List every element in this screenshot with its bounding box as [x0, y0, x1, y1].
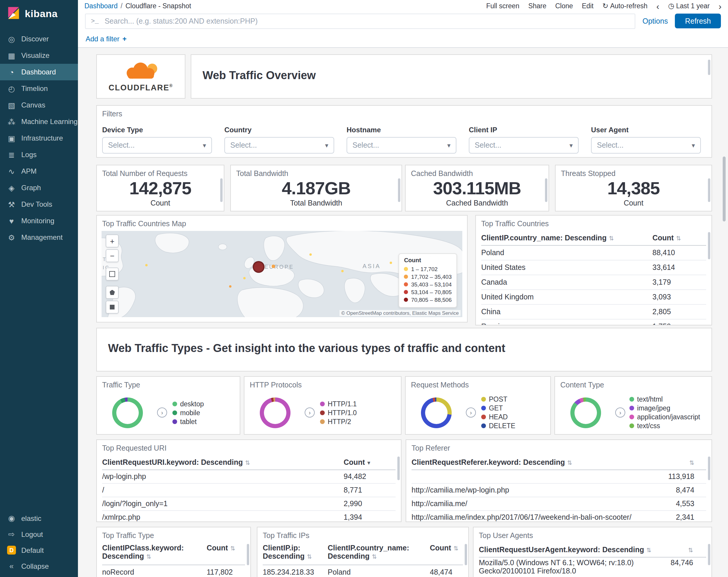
metric-label: Count [97, 199, 224, 207]
zoom-out-button[interactable]: − [106, 249, 119, 262]
full-screen-button[interactable]: Full screen [486, 2, 520, 9]
legend-item[interactable]: tablet [173, 418, 204, 425]
search-input[interactable] [103, 16, 629, 26]
content-type-donut[interactable] [570, 397, 601, 428]
share-button[interactable]: Share [528, 2, 546, 9]
fit-bounds-button[interactable] [106, 268, 119, 280]
world-map[interactable]: TH IC EUROPE ASIA + − [102, 231, 462, 317]
legend-item[interactable]: image/jpeg [629, 405, 700, 412]
sidebar-item-canvas[interactable]: ▧Canvas [0, 97, 78, 114]
time-range-picker[interactable]: ◷Last 1 year [668, 2, 710, 10]
legend-item[interactable]: text/html [629, 396, 700, 403]
sidebar-item-collapse[interactable]: «Collapse [0, 558, 78, 574]
sidebar-item-dashboard[interactable]: ◔Dashboard [0, 64, 78, 80]
map-bubble[interactable] [243, 277, 245, 279]
auto-refresh-button[interactable]: ↻Auto-refresh [602, 2, 648, 10]
sort-icon[interactable]: ⇅ [609, 235, 614, 242]
time-forward-chevron-icon[interactable]: › [719, 1, 722, 10]
legend-item[interactable]: HTTP/1.0 [320, 409, 357, 416]
sidebar-item-discover[interactable]: ◎Discover [0, 31, 78, 47]
sort-desc-icon[interactable]: ▾ [367, 459, 370, 466]
sidebar-item-logout[interactable]: ⇨Logout [0, 526, 78, 542]
hostname-select[interactable]: Select...▾ [346, 137, 457, 154]
breadcrumb-dashboard-link[interactable]: Dashboard [84, 2, 118, 9]
legend-item[interactable]: application/javascript [629, 413, 700, 421]
page-scrollbar[interactable] [723, 156, 726, 222]
sort-icon[interactable]: ⇅ [372, 553, 377, 560]
legend-toggle-icon[interactable]: › [615, 407, 625, 418]
sort-icon[interactable]: ⇅ [307, 553, 312, 560]
sidebar-item-graph[interactable]: ◈Graph [0, 179, 78, 196]
sidebar-item-space-default[interactable]: DDefault [0, 542, 78, 558]
sidebar-item-infrastructure[interactable]: ▣Infrastructure [0, 130, 78, 147]
options-link[interactable]: Options [642, 17, 668, 25]
clone-button[interactable]: Clone [555, 2, 573, 9]
map-bubble[interactable] [390, 261, 392, 264]
legend-toggle-icon[interactable]: › [466, 407, 476, 418]
sort-icon[interactable]: ⇅ [688, 547, 693, 553]
http-protocols-donut[interactable] [260, 397, 290, 428]
sidebar-item-dev-tools[interactable]: ⚒Dev Tools [0, 196, 78, 212]
country-select[interactable]: Select...▾ [224, 137, 334, 154]
sort-icon[interactable]: ⇅ [453, 545, 459, 552]
sort-icon[interactable]: ⇅ [676, 235, 681, 242]
map-bubble[interactable] [309, 253, 312, 256]
sidebar-item-visualize[interactable]: ▦Visualize [0, 47, 78, 64]
map-bubble[interactable] [341, 270, 344, 272]
legend-item[interactable]: desktop [173, 400, 204, 407]
traffic-type-donut[interactable] [112, 397, 143, 428]
filter-bar: Add a filter + [78, 30, 728, 48]
refresh-button[interactable]: Refresh [675, 14, 721, 28]
panel-scrollbar[interactable] [220, 178, 223, 202]
legend-item[interactable]: POST [481, 396, 516, 403]
legend-item[interactable]: HTTP/1.1 [320, 400, 357, 407]
panel-scrollbar[interactable] [397, 456, 400, 480]
device-type-select[interactable]: Select...▾ [102, 137, 212, 154]
kibana-brand[interactable]: kibana [0, 0, 78, 27]
sidebar-item-monitoring[interactable]: ♥Monitoring [0, 212, 78, 229]
sort-icon[interactable]: ⇅ [689, 459, 694, 466]
map-bubble[interactable] [271, 265, 275, 268]
add-filter-link[interactable]: Add a filter [86, 34, 120, 43]
sidebar-item-machine-learning[interactable]: ⁂Machine Learning [0, 114, 78, 130]
edit-button[interactable]: Edit [582, 2, 594, 9]
legend-toggle-icon[interactable]: › [305, 407, 315, 418]
sort-icon[interactable]: ⇅ [647, 547, 652, 553]
draw-rectangle-button[interactable] [106, 301, 119, 313]
map-bubble[interactable] [145, 264, 148, 266]
legend-item[interactable]: HEAD [481, 413, 516, 421]
panel-scrollbar[interactable] [398, 178, 400, 202]
panel-scrollbar[interactable] [708, 60, 710, 75]
sidebar-item-apm[interactable]: ∿APM [0, 163, 78, 179]
legend-item[interactable]: HTTP/2 [320, 418, 357, 425]
user-agent-select[interactable]: Select...▾ [591, 137, 701, 154]
sort-icon[interactable]: ⇅ [567, 459, 572, 466]
panel-scrollbar[interactable] [708, 232, 710, 259]
legend-item[interactable]: DELETE [481, 422, 516, 429]
time-back-chevron-icon[interactable]: ‹ [656, 1, 659, 10]
request-methods-donut[interactable] [421, 397, 452, 428]
map-bubble-poland[interactable] [253, 261, 264, 273]
panel-scrollbar[interactable] [545, 178, 547, 202]
sidebar-item-logs[interactable]: ≣Logs [0, 147, 78, 163]
draw-polygon-button[interactable] [106, 286, 119, 299]
zoom-in-button[interactable]: + [106, 234, 119, 247]
panel-scrollbar[interactable] [247, 544, 249, 565]
sidebar-item-timelion[interactable]: ◴Timelion [0, 80, 78, 97]
panel-scrollbar[interactable] [465, 544, 467, 565]
map-bubble[interactable] [229, 285, 231, 287]
legend-item[interactable]: mobile [173, 409, 204, 416]
legend-item[interactable]: text/css [629, 422, 700, 429]
legend-item[interactable]: GET [481, 405, 516, 412]
client-ip-select[interactable]: Select...▾ [469, 137, 579, 154]
panel-scrollbar[interactable] [708, 456, 710, 480]
sidebar-item-user[interactable]: ◉elastic [0, 510, 78, 526]
legend-toggle-icon[interactable]: › [157, 407, 167, 418]
panel-scrollbar[interactable] [708, 178, 710, 202]
sort-icon[interactable]: ⇅ [245, 459, 250, 466]
sort-icon[interactable]: ⇅ [230, 545, 235, 552]
sidebar-item-management[interactable]: ⚙Management [0, 229, 78, 246]
sort-icon[interactable]: ⇅ [147, 553, 152, 560]
plus-icon[interactable]: + [123, 34, 127, 43]
panel-scrollbar[interactable] [708, 544, 710, 565]
